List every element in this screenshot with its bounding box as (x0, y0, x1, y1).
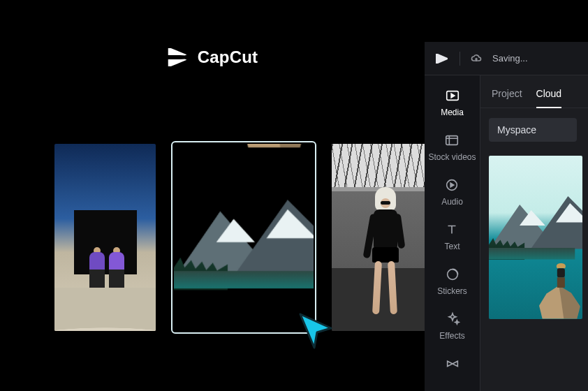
rail-label: Media (441, 108, 464, 117)
side-rail: Media Stock videos Audio Text Stickers E… (425, 75, 480, 391)
thumbnail-3[interactable] (332, 144, 433, 331)
capcut-app-icon[interactable] (434, 51, 450, 66)
content-tabs: Project Cloud (480, 84, 588, 108)
capcut-logo-icon (167, 45, 191, 69)
editor-topbar: Saving... (425, 42, 588, 75)
breadcrumb[interactable]: Myspace (489, 118, 577, 142)
thumbnail-row (54, 144, 433, 331)
rail-effects[interactable]: Effects (439, 311, 464, 341)
gallery-panel: CapCut (0, 0, 425, 391)
stock-videos-icon (444, 133, 460, 148)
editor-panel: Saving... Media Stock videos Audio Text … (425, 42, 588, 391)
breadcrumb-label: Myspace (497, 124, 536, 135)
rail-media[interactable]: Media (441, 88, 464, 117)
svg-rect-1 (446, 136, 458, 145)
rail-label: Stock videos (428, 152, 476, 162)
stickers-icon (445, 267, 460, 282)
audio-icon (444, 177, 460, 193)
rail-audio[interactable]: Audio (441, 177, 463, 207)
thumbnail-2-selected[interactable] (174, 144, 314, 331)
tab-project[interactable]: Project (492, 84, 522, 108)
app-logo-text: CapCut (198, 47, 258, 67)
app-logo: CapCut (167, 45, 258, 69)
tab-cloud[interactable]: Cloud (536, 84, 562, 108)
effects-icon (445, 311, 460, 327)
tab-label: Project (492, 88, 522, 99)
rail-stickers[interactable]: Stickers (437, 267, 467, 296)
rail-transitions[interactable] (445, 356, 460, 376)
rail-stock-videos[interactable]: Stock videos (428, 133, 476, 162)
thumbnail-1[interactable] (54, 144, 156, 331)
rail-label: Text (444, 242, 460, 251)
text-icon (444, 222, 460, 237)
cursor-icon (297, 313, 334, 351)
rail-text[interactable]: Text (444, 222, 460, 251)
topbar-divider (460, 52, 460, 66)
save-status: Saving... (492, 53, 528, 64)
editor-content: Project Cloud Myspace (480, 75, 588, 391)
transitions-icon (445, 356, 460, 371)
rail-label: Effects (439, 331, 464, 341)
rail-label: Stickers (437, 286, 467, 296)
rail-label: Audio (441, 197, 463, 207)
cloud-sync-icon (470, 52, 483, 65)
tab-label: Cloud (536, 88, 562, 99)
media-icon (445, 88, 460, 103)
cloud-asset-thumbnail[interactable] (489, 156, 582, 319)
